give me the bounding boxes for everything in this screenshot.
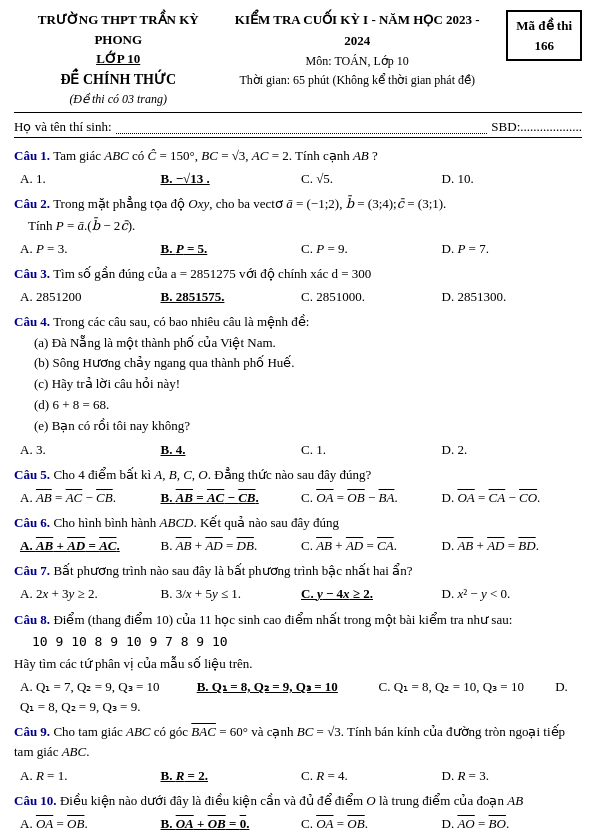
exam-type: KIỂM TRA CUỐI KỲ I - NĂM HỌC 2023 - 2024: [222, 10, 492, 52]
q8-options: A. Q₁ = 7, Q₂ = 9, Q₃ = 10 B. Q₁ = 8, Q₂…: [14, 677, 582, 697]
q10-options: A. OA = OB. B. OA + OB = 0. C. OA = OB. …: [14, 814, 582, 834]
q8-extra: Q₁ = 8, Q₂ = 9, Q₃ = 9.: [14, 697, 582, 717]
sbd-label: SBD:...................: [491, 119, 582, 135]
q9-opt-c: C. R = 4.: [301, 766, 442, 786]
q9-options: A. R = 1. B. R = 2. C. R = 4. D. R = 3.: [14, 766, 582, 786]
question-1: Câu 1. Tam giác ABC có Ĉ = 150°, BC = √3…: [14, 146, 582, 189]
q3-opt-c: C. 2851000.: [301, 287, 442, 307]
q8-sub: Hãy tìm các tứ phân vị của mẫu số liệu t…: [14, 654, 582, 674]
q7-body: Bất phương trình nào sau đây là bất phươ…: [53, 563, 412, 578]
q6-opt-b: B. AB + AD = DB.: [161, 536, 302, 556]
question-3: Câu 3. Tìm số gần đúng của a = 2851275 v…: [14, 264, 582, 307]
q10-body: Điều kiện nào dưới đây là điều kiện cần …: [60, 793, 523, 808]
q7-title: Câu 7.: [14, 563, 50, 578]
q6-title: Câu 6.: [14, 515, 50, 530]
time-label: Thời gian: 65 phút (Không kể thời gian p…: [222, 71, 492, 90]
student-line: Họ và tên thí sinh: SBD:................…: [14, 119, 582, 138]
q1-opt-c: C. √5.: [301, 169, 442, 189]
q6-opt-c: C. AB + AD = CA.: [301, 536, 442, 556]
q6-options: A. AB + AD = AC. B. AB + AD = DB. C. AB …: [14, 536, 582, 556]
q9-opt-b: B. R = 2.: [161, 766, 302, 786]
q7-options: A. 2x + 3y ≥ 2. B. 3/x + 5y ≤ 1. C. y − …: [14, 584, 582, 604]
q3-opt-a: A. 2851200: [20, 287, 161, 307]
question-7: Câu 7. Bất phương trình nào sau đây là b…: [14, 561, 582, 604]
q2-options: A. P = 3. B. P = 5. C. P = 9. D. P = 7.: [14, 239, 582, 259]
q10-opt-a: A. OA = OB.: [20, 814, 161, 834]
q3-title: Câu 3.: [14, 266, 50, 281]
q5-opt-d: D. OA = CA − CO.: [442, 488, 583, 508]
q8-opt-c: C. Q₁ = 8, Q₂ = 10, Q₃ = 10: [379, 677, 556, 697]
q4-title: Câu 4.: [14, 314, 50, 329]
q8-title: Câu 8.: [14, 612, 50, 627]
question-5: Câu 5. Cho 4 điểm bất kì A, B, C, O. Đẳn…: [14, 465, 582, 508]
q3-options: A. 2851200 B. 2851575. C. 2851000. D. 28…: [14, 287, 582, 307]
grade-label: LỚP 10: [14, 49, 222, 69]
q7-opt-b: B. 3/x + 5y ≤ 1.: [161, 584, 302, 604]
q4-item-d: (d) 6 + 8 = 68.: [34, 395, 582, 416]
header-divider: [14, 112, 582, 113]
q4-sub-items: (a) Đà Nẵng là một thành phố của Việt Na…: [14, 333, 582, 437]
q9-title: Câu 9.: [14, 724, 50, 739]
q7-opt-d: D. x² − y < 0.: [442, 584, 583, 604]
q9-opt-a: A. R = 1.: [20, 766, 161, 786]
ma-de-box: Mã đề thi 166: [506, 10, 582, 61]
ma-de-label: Mã đề thi: [516, 18, 572, 33]
q8-opt-a: A. Q₁ = 7, Q₂ = 9, Q₃ = 10: [20, 677, 197, 697]
page-header: TRƯỜNG THPT TRẦN KỲ PHONG LỚP 10 ĐỀ CHÍN…: [14, 10, 582, 108]
q1-opt-b: B. −√13 .: [161, 169, 302, 189]
student-dots: [116, 120, 488, 134]
ma-de-number: 166: [534, 38, 554, 53]
q4-item-c: (c) Hãy trả lời câu hỏi này!: [34, 374, 582, 395]
question-9: Câu 9. Cho tam giác ABC có góc BAC = 60°…: [14, 722, 582, 785]
q4-opt-c: C. 1.: [301, 440, 442, 460]
q5-options: A. AB = AC − CB. B. AB = AC − CB. C. OA …: [14, 488, 582, 508]
q4-body: Trong các câu sau, có bao nhiêu câu là m…: [53, 314, 309, 329]
student-prefix: Họ và tên thí sinh:: [14, 119, 112, 135]
exam-title: ĐỀ CHÍNH THỨC: [14, 69, 222, 90]
q2-opt-d: D. P = 7.: [442, 239, 583, 259]
q4-options: A. 3. B. 4. C. 1. D. 2.: [14, 440, 582, 460]
question-8: Câu 8. Điểm (thang điểm 10) của 11 học s…: [14, 610, 582, 718]
q9-body: Cho tam giác ABC có góc BAC = 60° và cạn…: [14, 724, 565, 759]
q8-opt-d: D.: [555, 677, 582, 697]
q8-opt-b: B. Q₁ = 8, Q₂ = 9, Q₃ = 10: [197, 677, 379, 697]
q7-opt-c: C. y − 4x ≥ 2.: [301, 584, 442, 604]
q5-opt-b: B. AB = AC − CB.: [161, 488, 302, 508]
q5-opt-c: C. OA = OB − BA.: [301, 488, 442, 508]
q5-opt-a: A. AB = AC − CB.: [20, 488, 161, 508]
school-name: TRƯỜNG THPT TRẦN KỲ PHONG: [14, 10, 222, 49]
q7-opt-a: A. 2x + 3y ≥ 2.: [20, 584, 161, 604]
q5-title: Câu 5.: [14, 467, 50, 482]
question-4: Câu 4. Trong các câu sau, có bao nhiêu c…: [14, 312, 582, 459]
q4-opt-a: A. 3.: [20, 440, 161, 460]
exam-note: (Đề thi có 03 trang): [14, 90, 222, 108]
q3-body: Tìm số gần đúng của a = 2851275 với độ c…: [53, 266, 371, 281]
question-6: Câu 6. Cho hình bình hành ABCD. Kết quả …: [14, 513, 582, 556]
q1-options: A. 1. B. −√13 . C. √5. D. 10.: [14, 169, 582, 189]
q1-opt-a: A. 1.: [20, 169, 161, 189]
q10-title: Câu 10.: [14, 793, 57, 808]
q5-body: Cho 4 điểm bất kì A, B, C, O. Đẳng thức …: [53, 467, 371, 482]
q10-opt-c: C. OA = OB.: [301, 814, 442, 834]
q10-opt-d: D. AO = BO.: [442, 814, 583, 834]
q9-opt-d: D. R = 3.: [442, 766, 583, 786]
q4-opt-d: D. 2.: [442, 440, 583, 460]
q2-body: Trong mặt phẳng tọa độ Oxy, cho ba vectơ…: [53, 196, 446, 211]
q1-body: Tam giác ABC có Ĉ = 150°, BC = √3, AC = …: [53, 148, 378, 163]
question-10: Câu 10. Điều kiện nào dưới đây là điều k…: [14, 791, 582, 834]
q4-item-b: (b) Sông Hương chảy ngang qua thành phố …: [34, 353, 582, 374]
q4-item-a: (a) Đà Nẵng là một thành phố của Việt Na…: [34, 333, 582, 354]
header-left: TRƯỜNG THPT TRẦN KỲ PHONG LỚP 10 ĐỀ CHÍN…: [14, 10, 222, 108]
q8-body: Điểm (thang điểm 10) của 11 học sinh cao…: [53, 612, 512, 627]
q2-opt-b: B. P = 5.: [161, 239, 302, 259]
q2-opt-c: C. P = 9.: [301, 239, 442, 259]
q1-title: Câu 1.: [14, 148, 50, 163]
q6-opt-d: D. AB + AD = BD.: [442, 536, 583, 556]
q2-title: Câu 2.: [14, 196, 50, 211]
q3-opt-d: D. 2851300.: [442, 287, 583, 307]
q1-opt-d: D. 10.: [442, 169, 583, 189]
q8-data: 10 9 10 8 9 10 9 7 8 9 10: [14, 632, 582, 652]
q2-sub: Tính P = ā.(b̄ − 2c̄).: [14, 216, 582, 236]
q3-opt-b: B. 2851575.: [161, 287, 302, 307]
q10-opt-b: B. OA + OB = 0.: [161, 814, 302, 834]
